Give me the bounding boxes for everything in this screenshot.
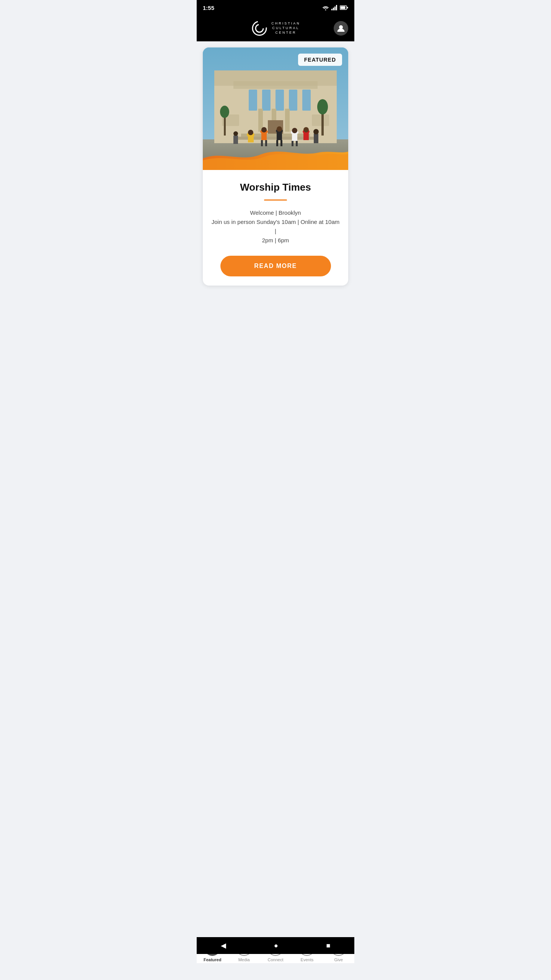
svg-rect-46 — [292, 141, 293, 146]
svg-rect-5 — [341, 7, 346, 9]
svg-rect-47 — [296, 141, 298, 146]
svg-point-8 — [256, 24, 263, 32]
scroll-area: FEATURED Worship Times Welcome | Brookly… — [203, 47, 348, 332]
church-image — [203, 47, 348, 170]
svg-rect-42 — [280, 140, 282, 146]
svg-point-45 — [292, 128, 297, 133]
title-divider — [264, 199, 287, 201]
svg-rect-1 — [333, 8, 334, 10]
battery-icon — [340, 5, 348, 10]
svg-rect-37 — [265, 140, 267, 146]
main-content: FEATURED Worship Times Welcome | Brookly… — [197, 41, 354, 338]
svg-rect-23 — [285, 109, 290, 132]
svg-point-53 — [248, 130, 253, 135]
svg-rect-3 — [336, 5, 337, 10]
svg-rect-54 — [314, 134, 318, 143]
card-body: Worship Times Welcome | Brooklyn Join us… — [203, 170, 348, 286]
svg-rect-2 — [334, 7, 336, 10]
svg-point-35 — [261, 127, 267, 132]
svg-rect-39 — [277, 131, 282, 140]
svg-point-30 — [317, 99, 328, 114]
header: CHRISTIAN CULTURAL CENTER — [197, 15, 354, 41]
read-more-button[interactable]: READ MORE — [220, 256, 331, 276]
svg-rect-56 — [233, 136, 238, 144]
status-time: 1:55 — [203, 5, 214, 11]
svg-rect-36 — [261, 140, 263, 146]
featured-badge: FEATURED — [298, 54, 342, 66]
svg-rect-6 — [347, 7, 348, 8]
svg-rect-0 — [331, 9, 333, 10]
svg-rect-15 — [233, 81, 318, 89]
svg-rect-19 — [289, 90, 297, 111]
svg-point-50 — [303, 127, 309, 132]
svg-point-55 — [313, 129, 319, 134]
profile-button[interactable] — [334, 21, 348, 36]
card-title: Worship Times — [210, 181, 341, 193]
profile-icon[interactable] — [334, 21, 348, 36]
logo-text: CHRISTIAN CULTURAL CENTER — [271, 21, 300, 35]
status-bar: 1:55 — [197, 0, 354, 15]
svg-rect-44 — [292, 132, 297, 141]
header-logo: CHRISTIAN CULTURAL CENTER — [251, 20, 300, 37]
svg-point-57 — [233, 131, 238, 136]
svg-point-32 — [220, 106, 229, 118]
svg-rect-18 — [276, 90, 284, 111]
signal-icon — [331, 5, 337, 10]
svg-rect-49 — [303, 132, 309, 140]
card-image-wrapper: FEATURED — [203, 47, 348, 170]
svg-rect-34 — [261, 132, 267, 140]
svg-point-40 — [277, 126, 282, 132]
card-description: Welcome | Brooklyn Join us in person Sun… — [210, 208, 341, 245]
logo-icon — [251, 20, 268, 37]
svg-rect-17 — [262, 90, 271, 111]
svg-rect-52 — [248, 135, 254, 142]
svg-rect-16 — [249, 90, 257, 111]
status-icons — [322, 5, 348, 10]
svg-rect-41 — [276, 140, 278, 146]
featured-card: FEATURED Worship Times Welcome | Brookly… — [203, 47, 348, 286]
wifi-icon — [322, 5, 329, 10]
svg-rect-28 — [312, 114, 329, 126]
svg-point-7 — [253, 21, 266, 35]
svg-rect-20 — [302, 90, 311, 111]
